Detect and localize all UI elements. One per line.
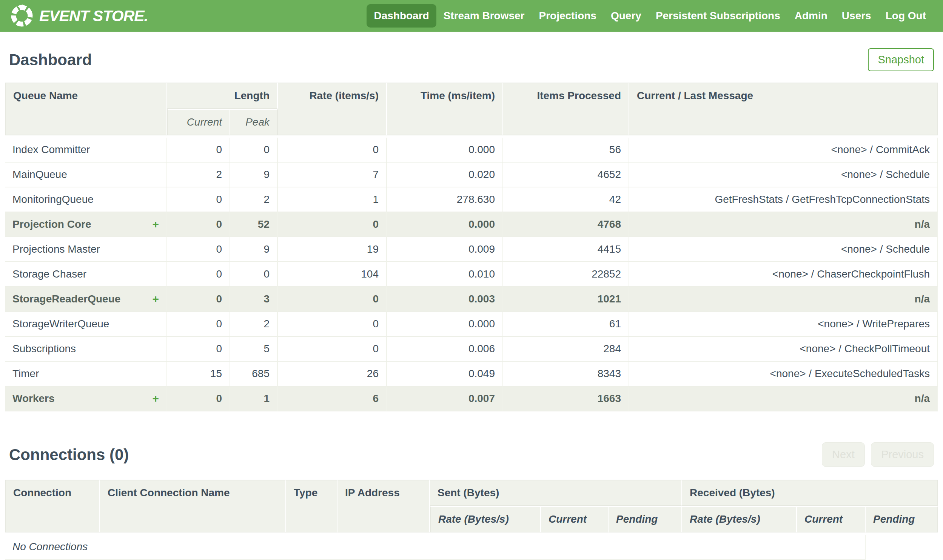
previous-button[interactable]: Previous	[871, 442, 934, 467]
table-row: Index Committer 0 0 0 0.000 56 <none> / …	[5, 138, 938, 163]
queue-name: MonitoringQueue	[12, 194, 94, 206]
nav-item-persistent-subscriptions[interactable]: Persistent Subscriptions	[648, 4, 787, 28]
col-received-rate: Rate (Bytes/s)	[682, 506, 797, 532]
queue-table-body: Index Committer 0 0 0 0.000 56 <none> / …	[5, 135, 938, 411]
length-peak-cell: 685	[230, 362, 278, 386]
rate-cell: 7	[278, 163, 387, 188]
length-current-cell: 0	[167, 386, 230, 411]
nav-item-stream-browser[interactable]: Stream Browser	[437, 4, 532, 28]
queue-name: Subscriptions	[12, 343, 76, 355]
queue-name: Workers	[12, 392, 55, 405]
items-processed-cell: 56	[503, 138, 629, 163]
message-cell: n/a	[629, 287, 938, 312]
message-cell: n/a	[629, 386, 938, 411]
snapshot-button[interactable]: Snapshot	[868, 48, 934, 71]
message-cell: n/a	[629, 212, 938, 237]
rate-cell: 0	[278, 312, 387, 337]
queue-name-cell: MainQueue	[5, 163, 167, 188]
col-items-processed: Items Processed	[503, 83, 629, 135]
connections-table-body: No Connections	[5, 532, 938, 560]
col-queue-name: Queue Name	[5, 83, 167, 135]
table-row: Timer 15 685 26 0.049 8343 <none> / Exec…	[5, 362, 938, 386]
queue-name-cell: StorageReaderQueue +	[5, 287, 167, 312]
queue-name: Storage Chaser	[12, 268, 86, 280]
expand-plus-icon[interactable]: +	[152, 293, 159, 305]
items-processed-cell: 61	[503, 312, 629, 337]
brand-text: EVENT STORE.	[39, 7, 148, 25]
no-connections-row: No Connections	[5, 535, 938, 560]
message-cell: <none> / ExecuteScheduledTasks	[629, 362, 938, 386]
queue-name-cell: Workers +	[5, 386, 167, 411]
time-cell: 0.000	[387, 212, 503, 237]
queue-name: Projection Core	[12, 218, 91, 231]
queue-name-cell: Projection Core +	[5, 212, 167, 237]
message-cell: <none> / CheckPollTimeout	[629, 337, 938, 362]
length-peak-cell: 0	[230, 138, 278, 163]
message-cell: <none> / Schedule	[629, 237, 938, 262]
table-row: Projections Master 0 9 19 0.009 4415 <no…	[5, 237, 938, 262]
time-cell: 278.630	[387, 188, 503, 212]
length-current-cell: 0	[167, 212, 230, 237]
time-cell: 0.006	[387, 337, 503, 362]
table-row: StorageWriterQueue 0 2 0 0.000 61 <none>…	[5, 312, 938, 337]
time-cell: 0.003	[387, 287, 503, 312]
items-processed-cell: 22852	[503, 262, 629, 287]
table-row: Projection Core + 0 52 0 0.000 4768 n/a	[5, 212, 938, 237]
length-peak-cell: 9	[230, 237, 278, 262]
queue-table: Queue Name Length Rate (items/s) Time (m…	[5, 83, 938, 411]
connections-title: Connections (0)	[9, 446, 129, 464]
rate-cell: 6	[278, 386, 387, 411]
table-row: MonitoringQueue 0 2 1 278.630 42 GetFres…	[5, 188, 938, 212]
col-ip-address: IP Address	[338, 480, 430, 532]
queue-name-cell: Subscriptions	[5, 337, 167, 362]
table-row: Subscriptions 0 5 0 0.006 284 <none> / C…	[5, 337, 938, 362]
queue-name: Projections Master	[12, 243, 100, 255]
table-row: StorageReaderQueue + 0 3 0 0.003 1021 n/…	[5, 287, 938, 312]
queue-name: StorageWriterQueue	[12, 318, 109, 330]
length-current-cell: 0	[167, 188, 230, 212]
expand-plus-icon[interactable]: +	[152, 219, 159, 230]
table-row: Workers + 0 1 6 0.007 1663 n/a	[5, 386, 938, 411]
brand-logo[interactable]: EVENT STORE.	[10, 4, 148, 28]
length-peak-cell: 9	[230, 163, 278, 188]
rate-cell: 1	[278, 188, 387, 212]
nav-item-users[interactable]: Users	[835, 4, 878, 28]
time-cell: 0.010	[387, 262, 503, 287]
time-cell: 0.007	[387, 386, 503, 411]
length-peak-cell: 3	[230, 287, 278, 312]
col-message: Current / Last Message	[629, 83, 938, 135]
col-received-current: Current	[797, 506, 866, 532]
next-button[interactable]: Next	[822, 442, 865, 467]
no-connections-message: No Connections	[5, 535, 866, 560]
time-cell: 0.000	[387, 138, 503, 163]
col-client-connection-name: Client Connection Name	[100, 480, 286, 532]
col-received-bytes: Received (Bytes)	[682, 480, 938, 506]
length-peak-cell: 2	[230, 312, 278, 337]
items-processed-cell: 1021	[503, 287, 629, 312]
queue-name: Timer	[12, 368, 39, 380]
nav-item-dashboard[interactable]: Dashboard	[367, 4, 436, 28]
col-length: Length	[167, 83, 278, 109]
nav-item-query[interactable]: Query	[603, 4, 648, 28]
length-peak-cell: 2	[230, 188, 278, 212]
expand-plus-icon[interactable]: +	[152, 393, 159, 404]
nav-item-log-out[interactable]: Log Out	[878, 4, 933, 28]
length-current-cell: 15	[167, 362, 230, 386]
length-peak-cell: 1	[230, 386, 278, 411]
time-cell: 0.000	[387, 312, 503, 337]
nav-item-admin[interactable]: Admin	[787, 4, 835, 28]
length-current-cell: 0	[167, 262, 230, 287]
connections-table-header: Connection Client Connection Name Type I…	[5, 480, 938, 532]
nav-item-projections[interactable]: Projections	[531, 4, 603, 28]
col-rate: Rate (items/s)	[278, 83, 387, 135]
items-processed-cell: 4415	[503, 237, 629, 262]
time-cell: 0.049	[387, 362, 503, 386]
items-processed-cell: 8343	[503, 362, 629, 386]
table-row: MainQueue 2 9 7 0.020 4652 <none> / Sche…	[5, 163, 938, 188]
page-title: Dashboard	[9, 51, 92, 69]
length-peak-cell: 0	[230, 262, 278, 287]
queue-table-header: Queue Name Length Rate (items/s) Time (m…	[5, 83, 938, 135]
time-cell: 0.009	[387, 237, 503, 262]
col-time: Time (ms/item)	[387, 83, 503, 135]
queue-name-cell: StorageWriterQueue	[5, 312, 167, 337]
